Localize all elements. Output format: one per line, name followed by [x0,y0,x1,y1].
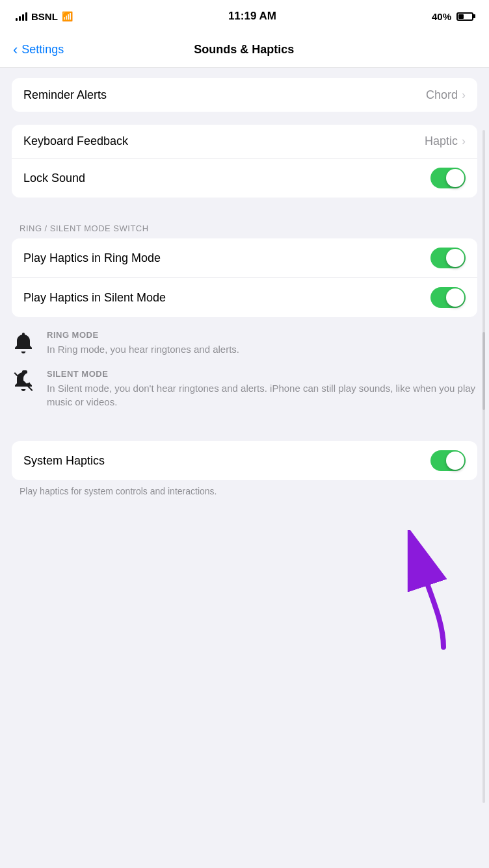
silent-mode-desc: In Silent mode, you don't hear ringtones… [47,381,477,409]
back-chevron-icon: ‹ [13,42,18,58]
toggle-thumb [446,169,464,187]
scrollbar-thumb [482,332,485,410]
silent-mode-text: SILENT MODE In Silent mode, you don't he… [47,369,477,409]
lock-sound-label: Lock Sound [23,172,85,185]
system-haptics-section: System Haptics Play haptics for system c… [0,441,489,498]
haptics-card: Play Haptics in Ring Mode Play Haptics i… [12,238,477,317]
ring-mode-text: RING MODE In Ring mode, you hear rington… [47,330,477,356]
ring-silent-info: RING MODE In Ring mode, you hear rington… [0,317,489,428]
keyboard-feedback-value-text: Haptic [425,134,458,148]
content: Reminder Alerts Chord › Keyboard Feedbac… [0,68,489,509]
system-haptics-toggle[interactable] [430,450,466,471]
reminder-alerts-label: Reminder Alerts [23,88,107,102]
system-haptics-row: System Haptics [12,441,477,480]
play-haptics-ring-row: Play Haptics in Ring Mode [12,238,477,278]
keyboard-feedback-row[interactable]: Keyboard Feedback Haptic › [12,125,477,159]
play-haptics-ring-label: Play Haptics in Ring Mode [23,251,161,265]
lock-sound-row: Lock Sound [12,159,477,198]
battery-icon [456,12,473,21]
toggle-thumb [446,249,464,267]
play-haptics-silent-label: Play Haptics in Silent Mode [23,291,166,305]
chevron-icon: › [462,134,466,148]
scrollbar-track[interactable] [482,130,485,803]
battery-percent: 40% [432,11,451,22]
toggle-thumb [446,288,464,307]
bell-icon [12,331,35,355]
system-haptics-note: Play haptics for system controls and int… [0,480,489,498]
keyboard-feedback-label: Keyboard Feedback [23,134,128,148]
play-haptics-silent-row: Play Haptics in Silent Mode [12,278,477,317]
play-haptics-silent-toggle[interactable] [430,287,466,308]
toggle-thumb [446,452,464,470]
play-haptics-ring-toggle[interactable] [430,248,466,268]
status-bar: BSNL 📶 11:19 AM 40% [0,0,489,32]
system-haptics-card: System Haptics [12,441,477,480]
reminder-alerts-card: Reminder Alerts Chord › [12,78,477,112]
back-label: Settings [21,43,64,57]
signal-bars [16,12,27,21]
reminder-alerts-value[interactable]: Chord › [426,88,466,102]
reminder-alerts-row[interactable]: Reminder Alerts Chord › [12,78,477,112]
keyboard-lock-card: Keyboard Feedback Haptic › Lock Sound [12,125,477,198]
silent-mode-info-row: SILENT MODE In Silent mode, you don't he… [12,369,477,409]
ring-silent-section-label: RING / SILENT MODE SWITCH [0,223,489,233]
ring-mode-desc: In Ring mode, you hear ringtones and ale… [47,342,477,356]
bell-slash-icon [12,370,35,394]
wifi-icon: 📶 [62,11,73,21]
status-left: BSNL 📶 [16,11,73,22]
keyboard-feedback-value[interactable]: Haptic › [425,134,466,148]
ring-mode-title: RING MODE [47,330,477,340]
arrow-annotation [391,530,469,660]
lock-sound-toggle[interactable] [430,168,466,188]
ring-mode-info-row: RING MODE In Ring mode, you hear rington… [12,330,477,356]
status-time: 11:19 AM [228,10,276,23]
system-haptics-label: System Haptics [23,454,105,468]
carrier-label: BSNL [31,11,58,22]
page-title: Sounds & Haptics [64,43,424,57]
silent-mode-title: SILENT MODE [47,369,477,379]
status-right: 40% [432,11,473,22]
back-button[interactable]: ‹ Settings [13,42,64,58]
reminder-alerts-value-text: Chord [426,88,458,102]
nav-bar: ‹ Settings Sounds & Haptics [0,32,489,68]
chevron-icon: › [462,88,466,102]
